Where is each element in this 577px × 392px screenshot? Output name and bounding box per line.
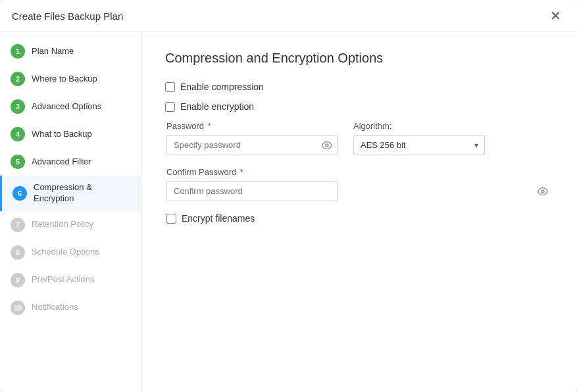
password-label: Password * <box>166 121 338 131</box>
eye-icon <box>322 140 332 151</box>
sidebar-item-advanced-options[interactable]: 3 Advanced Options <box>0 93 141 120</box>
sidebar-item-plan-name[interactable]: 1 Plan Name <box>0 37 141 65</box>
step-badge-4: 4 <box>11 127 25 141</box>
modal-header: Create Files Backup Plan ✕ <box>0 0 577 32</box>
sidebar-item-advanced-filter[interactable]: 5 Advanced Filter <box>0 148 141 176</box>
modal-body: 1 Plan Name 2 Where to Backup 3 Advanced… <box>0 32 577 392</box>
encrypt-filenames-label[interactable]: Encrypt filenames <box>166 213 255 224</box>
fields-section: Password * <box>166 121 553 224</box>
algorithm-block: Algorithm: AES 256 bit AES 128 bit Tripl… <box>353 121 485 155</box>
sidebar: 1 Plan Name 2 Where to Backup 3 Advanced… <box>0 32 141 392</box>
confirm-password-label: Confirm Password * <box>166 167 553 177</box>
step-badge-10: 10 <box>11 301 25 315</box>
step-badge-3: 3 <box>11 99 25 114</box>
required-star-confirm: * <box>238 167 243 177</box>
step-badge-7: 7 <box>11 218 25 232</box>
svg-point-0 <box>326 144 328 147</box>
password-input[interactable] <box>166 135 338 155</box>
sidebar-item-retention-policy: 7 Retention Policy <box>0 211 141 239</box>
sidebar-label-10: Notifications <box>32 302 78 313</box>
required-star-password: * <box>205 121 211 131</box>
step-badge-8: 8 <box>11 245 25 260</box>
step-badge-9: 9 <box>11 273 25 287</box>
step-badge-6: 6 <box>13 186 27 201</box>
sidebar-label-6: Compression & Encryption <box>34 182 130 205</box>
modal: Create Files Backup Plan ✕ 1 Plan Name 2… <box>0 0 577 392</box>
step-badge-2: 2 <box>11 72 25 86</box>
sidebar-item-schedule-options: 8 Schedule Options <box>0 239 141 266</box>
enable-compression-checkbox[interactable] <box>165 82 175 92</box>
confirm-password-group: Confirm Password * <box>166 167 553 201</box>
enable-encryption-label[interactable]: Enable encryption <box>165 101 254 112</box>
password-row: Password * <box>166 121 553 155</box>
sidebar-item-pre-post-actions: 9 Pre/Post Actions <box>0 266 141 294</box>
sidebar-item-notifications: 10 Notifications <box>0 294 141 322</box>
enable-compression-row: Enable compression <box>165 82 553 92</box>
step-badge-5: 5 <box>11 155 25 169</box>
sidebar-label-5: Advanced Filter <box>32 157 91 168</box>
sidebar-item-where-to-backup[interactable]: 2 Where to Backup <box>0 65 141 93</box>
sidebar-label-9: Pre/Post Actions <box>32 274 94 285</box>
enable-encryption-checkbox[interactable] <box>165 102 175 112</box>
sidebar-label-4: What to Backup <box>32 129 92 140</box>
sidebar-label-2: Where to Backup <box>32 74 97 85</box>
enable-compression-text: Enable compression <box>180 82 264 92</box>
modal-title: Create Files Backup Plan <box>12 11 123 22</box>
confirm-password-eye-button[interactable] <box>538 186 548 197</box>
encrypt-filenames-text: Encrypt filenames <box>182 213 255 224</box>
algorithm-select[interactable]: AES 256 bit AES 128 bit Triple DES <box>353 135 485 155</box>
close-button[interactable]: ✕ <box>546 8 565 24</box>
encrypt-filenames-row: Encrypt filenames <box>166 213 553 224</box>
confirm-eye-icon <box>538 186 548 197</box>
encrypt-filenames-checkbox[interactable] <box>166 214 176 224</box>
sidebar-label-1: Plan Name <box>32 46 74 57</box>
sidebar-item-compression-encryption[interactable]: 6 Compression & Encryption <box>0 176 141 211</box>
sidebar-item-what-to-backup[interactable]: 4 What to Backup <box>0 120 141 148</box>
confirm-password-input[interactable] <box>166 181 338 201</box>
password-block: Password * <box>166 121 338 155</box>
enable-encryption-row: Enable encryption <box>165 101 553 112</box>
content-area: Compression and Encryption Options Enabl… <box>141 32 577 392</box>
svg-point-1 <box>541 190 544 193</box>
sidebar-label-7: Retention Policy <box>32 219 93 230</box>
page-title: Compression and Encryption Options <box>165 51 553 66</box>
algorithm-label: Algorithm: <box>353 121 485 131</box>
sidebar-label-8: Schedule Options <box>32 247 99 258</box>
confirm-password-input-wrapper <box>166 181 553 201</box>
algorithm-select-wrapper: AES 256 bit AES 128 bit Triple DES <box>353 135 485 155</box>
enable-compression-label[interactable]: Enable compression <box>165 82 264 92</box>
password-input-wrapper <box>166 135 338 155</box>
enable-encryption-text: Enable encryption <box>180 101 254 112</box>
step-badge-1: 1 <box>11 44 25 59</box>
sidebar-label-3: Advanced Options <box>32 101 101 112</box>
password-eye-button[interactable] <box>322 140 332 151</box>
password-group: Password * <box>166 121 553 155</box>
